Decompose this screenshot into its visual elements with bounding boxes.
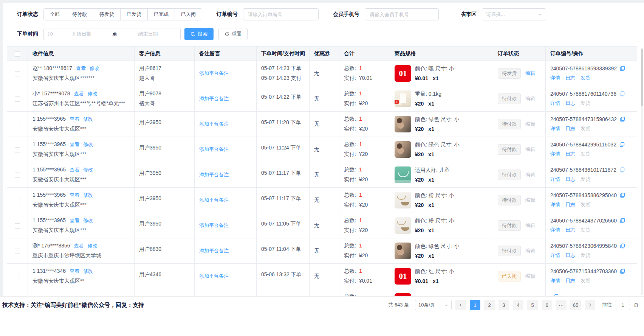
ship-link[interactable]: 发货 <box>581 252 590 259</box>
order-time-range-picker[interactable]: 开始日期 至 结束日期 <box>43 28 181 40</box>
ship-link[interactable]: 发货 <box>581 100 590 107</box>
product-thumbnail[interactable] <box>395 268 411 285</box>
copy-icon[interactable] <box>620 269 625 274</box>
search-button[interactable]: 搜索 <box>184 28 214 40</box>
row-checkbox[interactable] <box>15 147 20 152</box>
edit-link[interactable]: 编辑 <box>525 273 535 279</box>
edit-link[interactable]: 编辑 <box>525 70 535 76</box>
view-link[interactable]: 查看 <box>70 142 79 147</box>
detail-link[interactable]: 详情 <box>550 100 560 107</box>
detail-link[interactable]: 详情 <box>550 252 560 259</box>
add-platform-note-link[interactable]: 添加平台备注 <box>199 146 229 152</box>
row-checkbox[interactable] <box>15 249 20 254</box>
goto-page-input[interactable] <box>616 300 630 310</box>
page-button-4[interactable]: 4 <box>513 300 523 310</box>
ship-link[interactable]: 发货 <box>581 176 590 183</box>
order-no-input[interactable] <box>243 8 319 20</box>
page-button-3[interactable]: 3 <box>498 300 509 310</box>
edit-link[interactable]: 编辑 <box>525 96 535 101</box>
product-thumbnail[interactable] <box>395 293 411 296</box>
start-date-placeholder[interactable]: 开始日期 <box>53 31 110 37</box>
copy-icon[interactable] <box>620 66 625 71</box>
detail-link[interactable]: 详情 <box>550 125 560 132</box>
view-link[interactable]: 查看 <box>70 116 79 122</box>
view-link[interactable]: 查看 <box>70 268 79 274</box>
view-link[interactable]: 查看 <box>70 218 79 223</box>
log-link[interactable]: 日志 <box>565 75 575 81</box>
detail-link[interactable]: 详情 <box>550 227 560 233</box>
add-platform-note-link[interactable]: 添加平台备注 <box>199 121 229 127</box>
view-link[interactable]: 查看 <box>70 192 79 198</box>
add-platform-note-link[interactable]: 添加平台备注 <box>199 70 229 76</box>
add-platform-note-link[interactable]: 添加平台备注 <box>199 273 229 279</box>
view-link[interactable]: 查看 <box>70 167 79 173</box>
add-platform-note-link[interactable]: 添加平台备注 <box>199 197 229 203</box>
status-tab-completed[interactable]: 已完成 <box>147 9 175 20</box>
copy-icon[interactable] <box>619 167 625 173</box>
ship-link[interactable]: 发货 <box>581 201 590 208</box>
detail-link[interactable]: 详情 <box>550 201 560 208</box>
edit-link[interactable]: 编辑 <box>525 248 535 254</box>
vertical-scrollbar-thumb[interactable] <box>641 49 643 106</box>
page-button-6[interactable]: 6 <box>542 300 552 310</box>
copy-icon[interactable] <box>620 243 625 249</box>
log-link[interactable]: 日志 <box>565 227 575 233</box>
edit-link[interactable]: 编辑 <box>525 172 535 177</box>
modify-link[interactable]: 修改 <box>90 65 99 71</box>
detail-link[interactable]: 详情 <box>550 151 560 157</box>
modify-link[interactable]: 修改 <box>83 218 93 223</box>
select-all-checkbox[interactable] <box>15 51 20 57</box>
modify-link[interactable]: 修改 <box>83 192 93 198</box>
copy-icon[interactable] <box>619 91 625 96</box>
row-checkbox[interactable] <box>15 71 20 76</box>
detail-link[interactable]: 详情 <box>550 75 560 81</box>
log-link[interactable]: 日志 <box>565 252 575 259</box>
modify-link[interactable]: 修改 <box>83 167 93 173</box>
detail-link[interactable]: 详情 <box>550 277 560 284</box>
edit-link[interactable]: 编辑 <box>525 146 535 152</box>
add-platform-note-link[interactable]: 添加平台备注 <box>199 248 229 254</box>
view-link[interactable]: 查看 <box>76 65 86 71</box>
page-button-2[interactable]: 2 <box>484 300 495 310</box>
view-link[interactable]: 查看 <box>74 91 84 96</box>
ship-link[interactable]: 发货 <box>581 75 590 81</box>
copy-icon[interactable] <box>619 142 625 147</box>
copy-icon[interactable] <box>620 218 625 223</box>
modify-link[interactable]: 修改 <box>83 268 93 274</box>
add-platform-note-link[interactable]: 添加平台备注 <box>199 96 229 101</box>
end-date-placeholder[interactable]: 结束日期 <box>119 31 176 37</box>
detail-link[interactable]: 详情 <box>550 176 560 183</box>
row-checkbox[interactable] <box>15 122 20 127</box>
ship-link[interactable]: 发货 <box>581 277 590 284</box>
ship-link[interactable]: 发货 <box>581 125 590 132</box>
product-thumbnail[interactable] <box>395 65 411 82</box>
region-select[interactable]: 请选择... <box>482 8 546 20</box>
copy-icon[interactable] <box>620 193 625 198</box>
product-thumbnail[interactable] <box>395 217 411 234</box>
row-checkbox[interactable] <box>15 198 20 203</box>
log-link[interactable]: 日志 <box>565 151 575 157</box>
edit-link[interactable]: 编辑 <box>525 222 535 228</box>
modify-link[interactable]: 修改 <box>88 243 98 249</box>
product-thumbnail[interactable] <box>395 116 411 132</box>
add-platform-note-link[interactable]: 添加平台备注 <box>199 172 229 177</box>
edit-link[interactable]: 编辑 <box>525 121 535 127</box>
view-link[interactable]: 查看 <box>74 243 84 249</box>
modify-link[interactable]: 修改 <box>83 142 93 147</box>
modify-link[interactable]: 修改 <box>88 91 98 96</box>
status-tab-pending-shipment[interactable]: 待发货 <box>93 9 120 20</box>
log-link[interactable]: 日志 <box>565 100 575 107</box>
add-platform-note-link[interactable]: 添加平台备注 <box>199 222 229 228</box>
row-checkbox[interactable] <box>15 274 20 279</box>
modify-link[interactable]: 修改 <box>83 116 93 122</box>
product-thumbnail[interactable] <box>395 90 411 107</box>
copy-icon[interactable] <box>620 117 625 122</box>
reset-button[interactable]: 重置 <box>218 28 248 40</box>
log-link[interactable]: 日志 <box>565 277 575 284</box>
ship-link[interactable]: 发货 <box>581 227 590 233</box>
row-checkbox[interactable] <box>15 223 20 229</box>
page-size-select[interactable]: 10条/页 <box>415 300 452 310</box>
status-tab-pending-payment[interactable]: 待付款 <box>66 9 93 20</box>
status-tab-all[interactable]: 全部 <box>44 9 66 20</box>
product-thumbnail[interactable] <box>395 243 411 259</box>
